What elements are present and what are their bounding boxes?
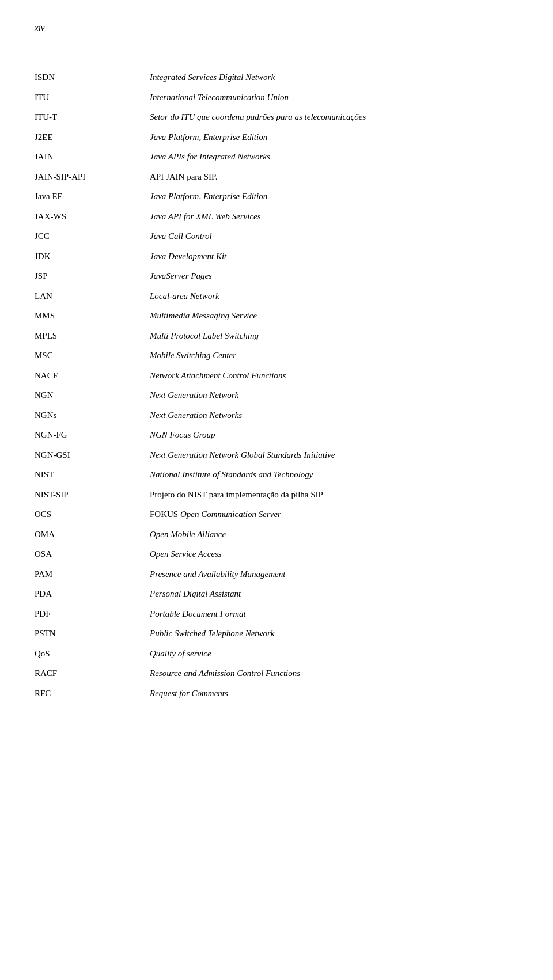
table-row: LANLocal-area Network [35,286,518,306]
definition-cell: International Telecommunication Union [150,88,518,108]
abbreviation-cell: MPLS [35,326,150,346]
abbreviation-cell: PSTN [35,624,150,644]
abbreviation-cell: RFC [35,683,150,704]
table-row: NACFNetwork Attachment Control Functions [35,366,518,386]
table-row: PAMPresence and Availability Management [35,564,518,584]
table-row: MMSMultimedia Messaging Service [35,306,518,326]
definition-cell: Multi Protocol Label Switching [150,326,518,346]
table-row: JSPJavaServer Pages [35,266,518,286]
abbreviation-cell: NGN-FG [35,425,150,445]
abbreviation-cell: ISDN [35,67,150,88]
abbreviation-cell: MMS [35,306,150,326]
definition-cell: Next Generation Networks [150,405,518,426]
definition-cell: Presence and Availability Management [150,564,518,584]
table-row: PDAPersonal Digital Assistant [35,584,518,604]
acronym-table: ISDNIntegrated Services Digital NetworkI… [35,67,518,703]
definition-cell: Setor do ITU que coordena padrões para a… [150,107,518,127]
definition-cell: Java Platform, Enterprise Edition [150,127,518,147]
table-row: JCCJava Call Control [35,226,518,246]
table-row: JAINJava APIs for Integrated Networks [35,147,518,167]
definition-cell: Projeto do NIST para implementação da pi… [150,485,518,505]
definition-cell: Next Generation Network Global Standards… [150,445,518,465]
abbreviation-cell: JDK [35,246,150,267]
abbreviation-cell: PDF [35,604,150,624]
definition-cell: Open Mobile Alliance [150,525,518,545]
definition-cell: Next Generation Network [150,385,518,405]
abbreviation-cell: NIST-SIP [35,485,150,505]
abbreviation-cell: OSA [35,544,150,564]
definition-cell: Request for Comments [150,683,518,704]
table-row: NIST-SIPProjeto do NIST para implementaç… [35,485,518,505]
definition-cell: Open Service Access [150,544,518,564]
abbreviation-cell: PAM [35,564,150,584]
table-row: ISDNIntegrated Services Digital Network [35,67,518,88]
table-row: OMAOpen Mobile Alliance [35,525,518,545]
abbreviation-cell: MSC [35,345,150,366]
abbreviation-cell: ITU-T [35,107,150,127]
abbreviation-cell: JAIN [35,147,150,167]
definition-cell: Network Attachment Control Functions [150,366,518,386]
definition-cell: Java Development Kit [150,246,518,267]
abbreviation-cell: J2EE [35,127,150,147]
table-row: JDKJava Development Kit [35,246,518,267]
abbreviation-cell: NGNs [35,405,150,426]
abbreviation-cell: LAN [35,286,150,306]
definition-cell: Integrated Services Digital Network [150,67,518,88]
abbreviation-cell: OCS [35,504,150,525]
definition-cell: Personal Digital Assistant [150,584,518,604]
table-row: PDFPortable Document Format [35,604,518,624]
definition-cell: Java Call Control [150,226,518,246]
definition-cell: Java API for XML Web Services [150,207,518,227]
table-row: ITU-TSetor do ITU que coordena padrões p… [35,107,518,127]
table-row: J2EEJava Platform, Enterprise Edition [35,127,518,147]
table-row: NGN-GSINext Generation Network Global St… [35,445,518,465]
abbreviation-cell: NACF [35,366,150,386]
table-row: NISTNational Institute of Standards and … [35,465,518,485]
definition-cell: Java Platform, Enterprise Edition [150,187,518,207]
abbreviation-cell: RACF [35,663,150,683]
abbreviation-cell: PDA [35,584,150,604]
table-row: PSTNPublic Switched Telephone Network [35,624,518,644]
definition-cell: FOKUS Open Communication Server [150,504,518,525]
definition-cell: Public Switched Telephone Network [150,624,518,644]
abbreviation-cell: JAX-WS [35,207,150,227]
table-row: NGN-FGNGN Focus Group [35,425,518,445]
table-row: MSCMobile Switching Center [35,345,518,366]
abbreviation-cell: JCC [35,226,150,246]
abbreviation-cell: JAIN-SIP-API [35,167,150,187]
definition-cell: Quality of service [150,644,518,664]
table-row: OCSFOKUS Open Communication Server [35,504,518,525]
abbreviation-cell: QoS [35,644,150,664]
table-row: NGNNext Generation Network [35,385,518,405]
table-row: Java EEJava Platform, Enterprise Edition [35,187,518,207]
abbreviation-cell: NIST [35,465,150,485]
definition-cell: JavaServer Pages [150,266,518,286]
table-row: JAIN-SIP-APIAPI JAIN para SIP. [35,167,518,187]
definition-cell: National Institute of Standards and Tech… [150,465,518,485]
table-row: RACFResource and Admission Control Funct… [35,663,518,683]
definition-cell: Mobile Switching Center [150,345,518,366]
page-number: xiv [35,23,518,33]
definition-cell: NGN Focus Group [150,425,518,445]
abbreviation-cell: JSP [35,266,150,286]
abbreviation-cell: ITU [35,88,150,108]
table-row: MPLSMulti Protocol Label Switching [35,326,518,346]
table-row: NGNsNext Generation Networks [35,405,518,426]
table-row: OSAOpen Service Access [35,544,518,564]
table-row: RFCRequest for Comments [35,683,518,704]
abbreviation-cell: OMA [35,525,150,545]
table-row: JAX-WSJava API for XML Web Services [35,207,518,227]
definition-cell: Multimedia Messaging Service [150,306,518,326]
definition-cell: Java APIs for Integrated Networks [150,147,518,167]
definition-cell: Local-area Network [150,286,518,306]
definition-cell: Resource and Admission Control Functions [150,663,518,683]
table-row: ITUInternational Telecommunication Union [35,88,518,108]
abbreviation-cell: NGN [35,385,150,405]
definition-cell: API JAIN para SIP. [150,167,518,187]
abbreviation-cell: NGN-GSI [35,445,150,465]
abbreviation-cell: Java EE [35,187,150,207]
definition-cell: Portable Document Format [150,604,518,624]
table-row: QoSQuality of service [35,644,518,664]
